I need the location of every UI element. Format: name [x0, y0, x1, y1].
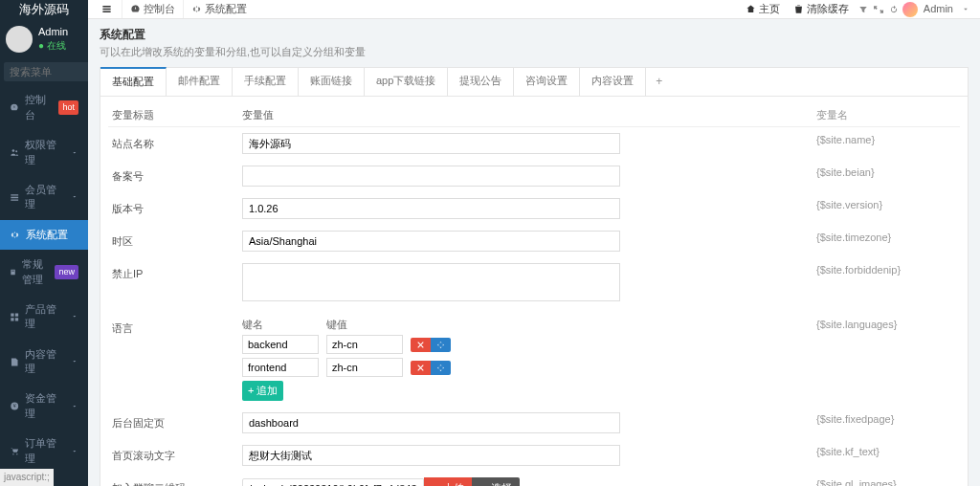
user-avatar[interactable]: [902, 2, 918, 17]
fullscreen-icon[interactable]: [872, 3, 885, 16]
nav-book[interactable]: 常规管理new: [0, 250, 88, 295]
sidebar-toggle[interactable]: [96, 2, 118, 16]
label-beian: 备案号: [108, 166, 242, 184]
home-link[interactable]: 主页: [740, 0, 786, 18]
tab-0[interactable]: 基础配置: [100, 67, 167, 96]
input-sitename[interactable]: [242, 133, 620, 154]
label-qr: 加入群聊二维码: [108, 477, 242, 486]
nav-money[interactable]: 资金管理: [0, 384, 88, 429]
side-username: Admin: [38, 25, 68, 39]
input-forbid[interactable]: [242, 263, 620, 301]
breadcrumb-dash[interactable]: 控制台: [122, 0, 183, 18]
tab-1[interactable]: 邮件配置: [167, 68, 233, 96]
clear-cache[interactable]: 清除缓存: [788, 0, 855, 18]
side-status: ● 在线: [38, 39, 68, 53]
label-lang: 语言: [108, 318, 242, 336]
var-version: {$site.version}: [816, 198, 960, 212]
label-sitename: 站点名称: [108, 133, 242, 151]
lang-val-0[interactable]: [326, 335, 403, 354]
var-lang: {$site.languages}: [816, 318, 960, 332]
select-qr[interactable]: 选择: [472, 477, 520, 486]
label-fixed: 后台固定页: [108, 412, 242, 431]
lang-key-1[interactable]: [242, 358, 319, 377]
tab-add[interactable]: +: [646, 68, 672, 96]
tab-6[interactable]: 咨询设置: [514, 68, 580, 96]
brand: 海外源码: [0, 0, 88, 19]
refresh-icon[interactable]: [887, 3, 901, 16]
col-header-title: 变量标题: [108, 108, 242, 122]
input-fixed[interactable]: [242, 412, 620, 433]
tab-4[interactable]: app下载链接: [365, 68, 448, 96]
tab-2[interactable]: 手续配置: [233, 68, 299, 96]
var-fixed: {$site.fixedpage}: [816, 412, 960, 427]
lang-del-0[interactable]: [411, 338, 431, 352]
nav-users[interactable]: 权限管理: [0, 130, 88, 175]
input-kftext[interactable]: [242, 445, 620, 466]
filter-icon[interactable]: [857, 3, 870, 16]
lang-val-1[interactable]: [326, 358, 403, 377]
input-timezone[interactable]: [242, 231, 620, 252]
nav-gear[interactable]: 系统配置: [0, 220, 88, 250]
label-timezone: 时区: [108, 231, 242, 249]
upload-qr[interactable]: 上传: [424, 477, 472, 486]
status-bar: javascript:;: [0, 469, 54, 486]
label-forbid: 禁止IP: [108, 263, 242, 281]
lang-key-0[interactable]: [242, 335, 319, 354]
var-beian: {$site.beian}: [816, 166, 960, 180]
lang-append[interactable]: + 追加: [242, 381, 283, 401]
logout-icon[interactable]: [959, 3, 972, 16]
tab-7[interactable]: 内容设置: [580, 68, 646, 96]
side-avatar: [6, 26, 33, 53]
nav-cart[interactable]: 订单管理: [0, 429, 88, 474]
label-kftext: 首页滚动文字: [108, 445, 242, 463]
page-desc: 可以在此增改系统的变量和分组,也可以自定义分组和变量: [100, 45, 969, 59]
var-forbid: {$site.forbiddenip}: [816, 263, 960, 277]
input-version[interactable]: [242, 198, 620, 219]
var-sitename: {$site.name}: [816, 133, 960, 147]
input-beian[interactable]: [242, 166, 620, 187]
var-timezone: {$site.timezone}: [816, 231, 960, 245]
user-name[interactable]: Admin: [924, 2, 953, 16]
input-qr[interactable]: [242, 478, 424, 486]
menu-search[interactable]: [4, 62, 88, 81]
nav-grid[interactable]: 产品管理: [0, 295, 88, 340]
tab-3[interactable]: 账面链接: [299, 68, 365, 96]
var-kftext: {$site.kf_text}: [816, 445, 960, 459]
lang-drag-0[interactable]: [431, 338, 451, 352]
tab-5[interactable]: 提现公告: [448, 68, 514, 96]
label-version: 版本号: [108, 198, 242, 216]
lang-drag-1[interactable]: [431, 361, 451, 375]
page-title: 系统配置: [100, 27, 969, 43]
nav-dash[interactable]: 控制台hot: [0, 85, 88, 130]
nav-list[interactable]: 会员管理: [0, 175, 88, 220]
col-header-value: 变量值: [242, 108, 816, 122]
col-header-var: 变量名: [816, 108, 960, 122]
lang-del-1[interactable]: [411, 361, 431, 375]
nav-file[interactable]: 内容管理: [0, 340, 88, 385]
var-qr: {$site.ql_images}: [816, 477, 960, 486]
breadcrumb-gear[interactable]: 系统配置: [183, 0, 255, 18]
